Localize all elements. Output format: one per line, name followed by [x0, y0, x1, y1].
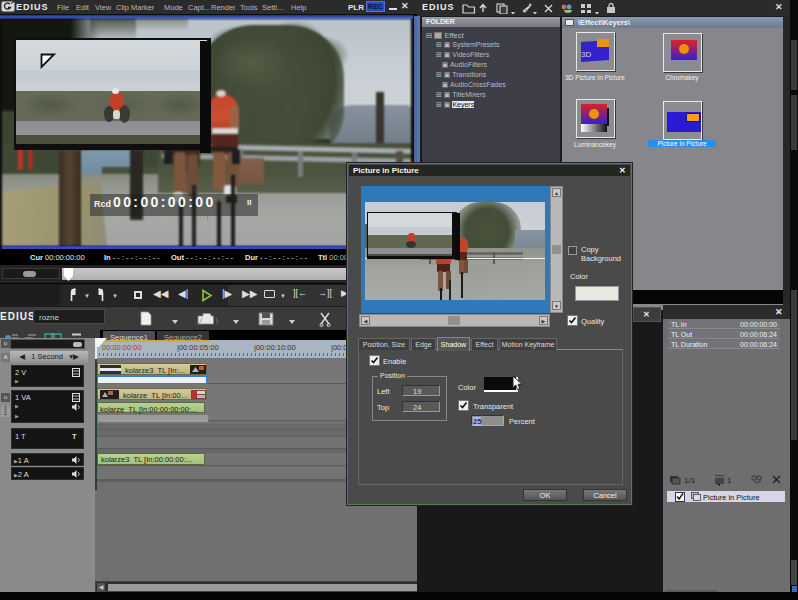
svg-text:1: 1 — [727, 476, 732, 485]
svg-text:1/1: 1/1 — [684, 476, 696, 485]
